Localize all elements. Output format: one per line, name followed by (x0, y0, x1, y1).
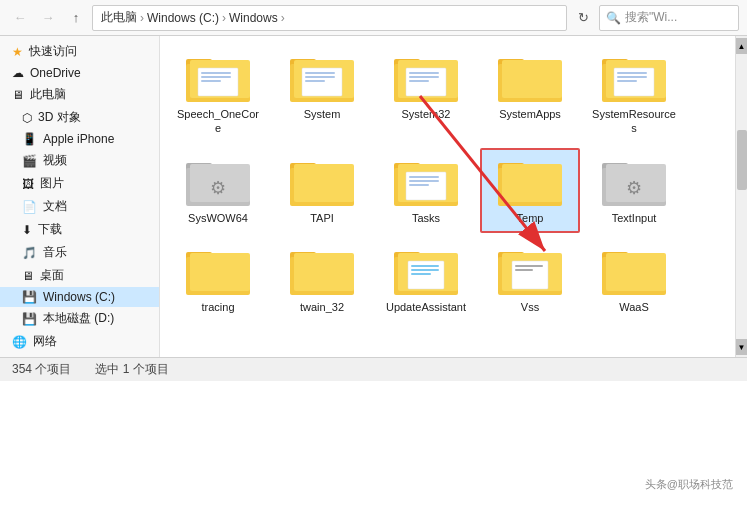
folder-name: TAPI (310, 211, 334, 225)
folder-item-updateassistant[interactable]: UpdateAssistant (376, 237, 476, 322)
cube-icon: ⬡ (22, 111, 32, 125)
path-separator: › (222, 11, 226, 25)
svg-rect-69 (515, 265, 543, 267)
address-path[interactable]: 此电脑 › Windows (C:) › Windows › (92, 5, 567, 31)
folder-name: System (304, 107, 341, 121)
svg-rect-20 (409, 80, 429, 82)
document-icon: 📄 (22, 200, 37, 214)
folder-item-system32[interactable]: System32 (376, 44, 476, 144)
folder-item-systemresources[interactable]: SystemResources (584, 44, 684, 144)
sidebar-item-windows-c[interactable]: 💾 Windows (C:) (0, 287, 159, 307)
content-area: Speech_OneCore System System32 SystemApp… (160, 36, 735, 357)
drive-icon: 💾 (22, 290, 37, 304)
sidebar-label: Windows (C:) (43, 290, 115, 304)
svg-rect-13 (305, 80, 325, 82)
up-button[interactable]: ↑ (64, 6, 88, 30)
search-box[interactable]: 🔍 搜索"Wi... (599, 5, 739, 31)
folder-item-systemapps[interactable]: SystemApps (480, 44, 580, 144)
folder-name: SystemResources (590, 107, 678, 136)
path-segment: 此电脑 (101, 9, 137, 26)
video-icon: 🎬 (22, 154, 37, 168)
refresh-button[interactable]: ↻ (571, 6, 595, 30)
star-icon: ★ (12, 45, 23, 59)
svg-rect-70 (515, 269, 533, 271)
item-count: 354 个项目 (12, 361, 71, 378)
music-icon: 🎵 (22, 246, 37, 260)
folder-name: SysWOW64 (188, 211, 248, 225)
svg-text:⚙: ⚙ (210, 178, 226, 198)
svg-rect-63 (411, 269, 439, 271)
folder-icon: ⚙ (602, 156, 666, 208)
sidebar-item-this-pc[interactable]: 🖥 此电脑 (0, 83, 159, 106)
sidebar-item-network[interactable]: 🌐 网络 (0, 330, 159, 353)
folder-item-waas[interactable]: WaaS (584, 237, 684, 322)
folder-item-tapi[interactable]: TAPI (272, 148, 372, 233)
folder-item-syswow64[interactable]: ⚙ SysWOW64 (168, 148, 268, 233)
svg-rect-73 (606, 253, 666, 291)
sidebar-item-quick-access[interactable]: ★ 快速访问 (0, 40, 159, 63)
sidebar-label: OneDrive (30, 66, 81, 80)
folder-name: UpdateAssistant (386, 300, 466, 314)
svg-rect-28 (617, 72, 647, 74)
folder-grid: Speech_OneCore System System32 SystemApp… (160, 36, 735, 357)
sidebar-label: 桌面 (40, 267, 64, 284)
svg-rect-12 (305, 76, 335, 78)
folder-name: twain_32 (300, 300, 344, 314)
folder-item-system[interactable]: System (272, 44, 372, 144)
sidebar-label: 图片 (40, 175, 64, 192)
svg-rect-5 (201, 76, 231, 78)
sidebar-label: 网络 (33, 333, 57, 350)
folder-name: Vss (521, 300, 539, 314)
folder-item-tasks[interactable]: Tasks (376, 148, 476, 233)
forward-button[interactable]: → (36, 6, 60, 30)
sidebar-item-apple-iphone[interactable]: 📱 Apple iPhone (0, 129, 159, 149)
sidebar-item-onedrive[interactable]: ☁ OneDrive (0, 63, 159, 83)
sidebar-item-local-d[interactable]: 💾 本地磁盘 (D:) (0, 307, 159, 330)
sidebar-item-desktop[interactable]: 🖥 桌面 (0, 264, 159, 287)
sidebar-item-pictures[interactable]: 🖼 图片 (0, 172, 159, 195)
search-icon: 🔍 (606, 11, 621, 25)
svg-rect-6 (201, 80, 221, 82)
folder-icon (498, 245, 562, 297)
sidebar-label: 本地磁盘 (D:) (43, 310, 114, 327)
folder-icon (186, 52, 250, 104)
sidebar-item-3d-objects[interactable]: ⬡ 3D 对象 (0, 106, 159, 129)
search-placeholder: 搜索"Wi... (625, 9, 677, 26)
sidebar-item-downloads[interactable]: ⬇ 下载 (0, 218, 159, 241)
sidebar: ★ 快速访问 ☁ OneDrive 🖥 此电脑 ⬡ 3D 对象 📱 Apple … (0, 36, 160, 357)
path-segment: Windows (C:) (147, 11, 219, 25)
svg-rect-30 (617, 80, 637, 82)
folder-icon (394, 52, 458, 104)
folder-item-tracing[interactable]: tracing (168, 237, 268, 322)
selected-count: 选中 1 个项目 (95, 361, 168, 378)
folder-item-temp[interactable]: Temp (480, 148, 580, 233)
folder-name: Tasks (412, 211, 440, 225)
folder-item-twain32[interactable]: twain_32 (272, 237, 372, 322)
scrollbar-thumb[interactable] (737, 130, 747, 190)
folder-name: SystemApps (499, 107, 561, 121)
folder-icon (498, 156, 562, 208)
folder-item-speech[interactable]: Speech_OneCore (168, 44, 268, 144)
sidebar-label: Apple iPhone (43, 132, 114, 146)
sidebar-item-documents[interactable]: 📄 文档 (0, 195, 159, 218)
folder-item-vss[interactable]: Vss (480, 237, 580, 322)
sidebar-label: 快速访问 (29, 43, 77, 60)
svg-rect-44 (409, 184, 429, 186)
svg-rect-23 (502, 60, 562, 98)
sidebar-label: 3D 对象 (38, 109, 81, 126)
svg-rect-42 (409, 176, 439, 178)
folder-item-textinput[interactable]: ⚙ TextInput (584, 148, 684, 233)
svg-rect-47 (502, 164, 562, 202)
folder-name: Temp (517, 211, 544, 225)
sidebar-item-videos[interactable]: 🎬 视频 (0, 149, 159, 172)
svg-rect-29 (617, 76, 647, 78)
desktop-icon: 🖥 (22, 269, 34, 283)
sidebar-label: 此电脑 (30, 86, 66, 103)
folder-icon (602, 245, 666, 297)
scrollbar[interactable]: ▲ ▼ (735, 36, 747, 357)
folder-name: tracing (201, 300, 234, 314)
svg-rect-57 (294, 253, 354, 291)
back-button[interactable]: ← (8, 6, 32, 30)
svg-text:⚙: ⚙ (626, 178, 642, 198)
sidebar-item-music[interactable]: 🎵 音乐 (0, 241, 159, 264)
